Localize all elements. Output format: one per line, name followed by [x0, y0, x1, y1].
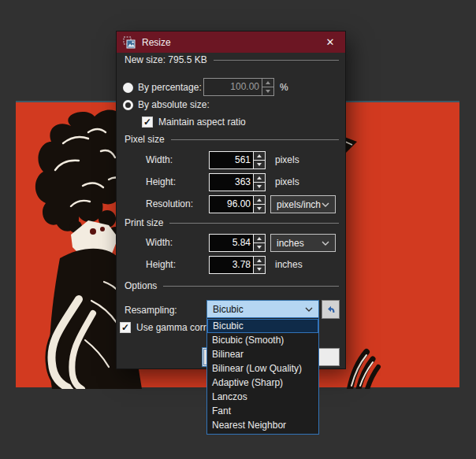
print-height-unit: inches [275, 259, 303, 270]
separator-line [171, 139, 339, 140]
resize-dialog-icon [123, 36, 136, 49]
separator-line [214, 60, 339, 61]
print-unit-value: inches [277, 238, 304, 249]
spin-down-icon[interactable] [254, 160, 265, 168]
spin-up-icon[interactable] [254, 257, 265, 265]
print-height-spinner[interactable] [253, 257, 265, 273]
resolution-input[interactable]: 96.00 [209, 195, 266, 213]
percentage-value: 100.00 [204, 79, 262, 95]
spin-down-icon [262, 87, 273, 95]
pixel-width-input[interactable]: 561 [209, 151, 266, 169]
gamma-label: Use gamma corre [136, 322, 211, 333]
pixel-height-input[interactable]: 363 [209, 173, 266, 191]
print-height-input[interactable]: 3.78 [209, 256, 266, 274]
spin-down-icon[interactable] [254, 242, 265, 251]
pixel-width-value[interactable]: 561 [210, 152, 253, 168]
resolution-spinner[interactable] [253, 196, 265, 213]
dropdown-item-adaptive-sharp[interactable]: Adaptive (Sharp) [207, 376, 318, 390]
resolution-value[interactable]: 96.00 [210, 196, 253, 213]
dialog-titlebar[interactable]: Resize ✕ [117, 31, 345, 53]
print-height-value[interactable]: 3.78 [210, 257, 253, 273]
print-width-value[interactable]: 5.84 [210, 235, 253, 251]
print-height-label: Height: [146, 259, 176, 270]
pixel-height-label: Height: [146, 176, 176, 187]
close-icon[interactable]: ✕ [322, 36, 339, 48]
new-size-label: New size: 795.5 KB [125, 54, 207, 65]
resampling-selected-value: Bicubic [213, 304, 244, 315]
spin-down-icon[interactable] [254, 204, 265, 213]
percentage-input: 100.00 [203, 78, 274, 96]
maintain-aspect-checkbox[interactable]: ✓ [142, 117, 153, 128]
spin-up-icon[interactable] [254, 196, 265, 204]
gamma-checkbox[interactable]: ✓ [120, 322, 131, 333]
resolution-unit-value: pixels/inch [277, 199, 321, 210]
dialog-title: Resize [142, 37, 171, 48]
dropdown-item-lanczos[interactable]: Lanczos [207, 390, 318, 404]
pixel-width-unit: pixels [275, 154, 299, 165]
by-absolute-option[interactable]: By absolute size: [123, 98, 210, 112]
resampling-dropdown[interactable]: Bicubic [206, 300, 319, 319]
resampling-label: Resampling: [125, 305, 177, 316]
maintain-aspect-label: Maintain aspect ratio [158, 117, 246, 128]
pixel-width-spinner[interactable] [253, 152, 265, 168]
spin-up-icon[interactable] [254, 174, 265, 182]
spin-down-icon[interactable] [254, 265, 265, 273]
gamma-option[interactable]: ✓ Use gamma corre [120, 321, 211, 334]
print-size-header: Print size [125, 217, 163, 228]
pixel-size-header: Pixel size [125, 134, 165, 145]
spin-up-icon[interactable] [254, 235, 265, 242]
spin-up-icon [262, 79, 273, 87]
dropdown-item-bicubic[interactable]: Bicubic [207, 319, 318, 333]
chevron-down-icon [322, 241, 329, 246]
separator-line [169, 223, 339, 224]
pixel-height-spinner[interactable] [253, 174, 265, 191]
pixel-height-value[interactable]: 363 [210, 174, 253, 191]
percentage-spinner [262, 79, 273, 95]
resolution-label: Resolution: [146, 198, 193, 209]
print-width-spinner[interactable] [253, 235, 265, 251]
print-width-label: Width: [146, 237, 173, 248]
dropdown-item-nearest-neighbor[interactable]: Nearest Neighbor [207, 418, 318, 432]
separator-line [163, 286, 339, 287]
app-window: Resize ✕ New size: 795.5 KB By percentag… [0, 0, 476, 459]
dropdown-item-bilinear-low-quality[interactable]: Bilinear (Low Quality) [207, 361, 318, 376]
dropdown-item-fant[interactable]: Fant [207, 404, 318, 418]
dropdown-item-bicubic-smooth[interactable]: Bicubic (Smooth) [207, 333, 318, 347]
spin-down-icon[interactable] [254, 182, 265, 191]
pixel-width-label: Width: [146, 154, 173, 165]
reset-resampling-button[interactable] [322, 300, 340, 319]
options-header: Options [125, 280, 157, 291]
by-absolute-label: By absolute size: [138, 99, 210, 110]
chevron-down-icon [322, 202, 329, 207]
by-percentage-radio[interactable] [123, 83, 133, 93]
undo-arrow-icon [325, 304, 337, 315]
print-width-input[interactable]: 5.84 [209, 234, 266, 252]
percent-unit-label: % [280, 82, 288, 93]
resampling-dropdown-list: Bicubic Bicubic (Smooth) Bilinear Biline… [206, 317, 319, 435]
spin-up-icon[interactable] [254, 152, 265, 160]
chevron-down-icon [305, 307, 313, 312]
pixel-height-unit: pixels [275, 176, 299, 187]
by-absolute-radio[interactable] [123, 100, 133, 110]
by-percentage-option[interactable]: By percentage: [123, 80, 202, 94]
by-percentage-label: By percentage: [138, 82, 202, 93]
maintain-aspect-option[interactable]: ✓ Maintain aspect ratio [142, 116, 246, 128]
print-unit-dropdown[interactable]: inches [270, 234, 336, 252]
dropdown-item-bilinear[interactable]: Bilinear [207, 347, 318, 361]
resolution-unit-dropdown[interactable]: pixels/inch [270, 195, 336, 213]
